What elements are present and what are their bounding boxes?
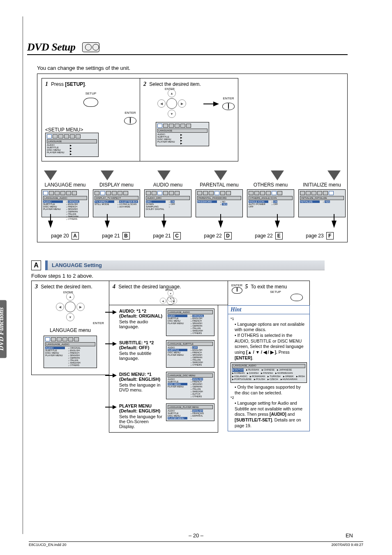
footer-file: E8C1UCD_EN.indd 20: [29, 543, 67, 547]
side-tab: DVD Functions: [0, 300, 7, 358]
page-ref-D: page 22D: [194, 232, 241, 240]
step-2-num: 2: [143, 81, 146, 87]
step-5-col: ENTER 5 To exit the menu SETUP Hint *1: [228, 281, 310, 433]
setup-button-icon-5: [291, 294, 303, 301]
page-ref-A: page 20A: [42, 232, 88, 240]
step-4-col: 4 Select the desired language. ENTER ▲▼ …: [109, 281, 228, 433]
thin-arrow-4: [218, 221, 223, 228]
menu-osd-E: OTHERS_ANGLE ICON ANGLE ICONAUTO POWER O…: [247, 189, 294, 217]
enter-button-icon-5: [232, 287, 242, 294]
big-arrows-row: [44, 170, 341, 180]
page-ref-C: page 21C: [143, 232, 190, 240]
step4-item-0: AUDIO: *1 *2 (Default: ORIGINAL) Sets th…: [113, 309, 214, 336]
menu-osd-C: AUDIO_DRC DRCDOWN SAMPLINGDOLBY DIGITAL▷…: [144, 189, 191, 217]
hint-body: *1 Language options are not available wi…: [228, 314, 309, 431]
menu-osd-F: INITIALIZE_INITIALIZE INITIALIZE▷ YES: [298, 189, 346, 217]
step4-item-2: DISC MENU: *1 (Default: ENGLISH) Sets th…: [113, 372, 214, 399]
menu-osd-A: LANGUAGE_AUDIO AUDIOSUBTITLEDISC MENUPLA…: [42, 189, 89, 217]
dpad-icon-4: ENTER ▲▼ ◀▶: [160, 290, 177, 302]
hint-bullet-4: Language setting for Audio and Subtitle …: [235, 401, 307, 428]
thin-arrows-row: [44, 221, 341, 228]
step-2: 2 Select the desired item. ENTER ▲▼ ◀▶ E…: [140, 78, 238, 161]
bottom-row: 3 Select the desired item. ENTER ▲▼ ◀▶ E…: [31, 281, 356, 433]
menu-label-F: INITIALIZE menu: [303, 182, 341, 188]
hint-osd-bar: LANGUAGE_AUDIO: [232, 364, 305, 368]
menu-osd-B: DISPLAY_TV ASPECT TV ASPECTSTILL MODE▷ 4…: [93, 189, 140, 217]
step-1-num: 1: [45, 81, 48, 87]
section-a-title: LANGUAGE Setting: [45, 260, 325, 270]
step4-items: AUDIO: *1 *2 (Default: ORIGINAL) Sets th…: [109, 305, 218, 433]
enter-label-3b: ENTER: [35, 321, 104, 325]
page-ref-B: page 21B: [92, 232, 139, 240]
thin-arrow-2: [105, 221, 110, 228]
menu-col-D: PARENTAL menu PARENTAL_PASSWORD PASSWORD…: [196, 182, 243, 217]
osd-cat-2: LANGUAGE: [157, 129, 208, 133]
menu-label-C: AUDIO menu: [153, 182, 182, 188]
hint-star1: *1: [231, 317, 307, 322]
arrow-down-1: [44, 170, 57, 180]
enter-label-2b: ENTER: [222, 97, 235, 100]
page-lang: EN: [346, 532, 353, 539]
arrow-down-3: [157, 170, 171, 180]
osd1-r4: PLAYER MENU: [47, 151, 67, 154]
arrow-down-2: [101, 170, 114, 180]
step3-num: 3: [35, 283, 38, 290]
menus-row: LANGUAGE menu LANGUAGE_AUDIO AUDIOSUBTIT…: [42, 182, 343, 217]
step-1-bold: [SETUP]: [65, 81, 85, 87]
menu-label-D: PARENTAL menu: [200, 182, 238, 188]
thin-arrow-3: [161, 221, 166, 228]
menu-label-E: OTHERS menu: [254, 182, 288, 188]
step-5: ENTER 5 To exit the menu SETUP: [228, 281, 310, 305]
title-row: DVD Setup: [27, 41, 348, 55]
setup-button-icon: [83, 98, 98, 107]
intro-text: You can change the settings of the unit.: [37, 65, 370, 71]
enter-button-icon-2: [222, 103, 235, 110]
osd2-r4: PLAYER MENU: [157, 140, 177, 143]
step-1: 1 Press [SETUP]. SETUP ENTER <SETUP MENU…: [42, 78, 140, 161]
page-ref-F: page 23F: [296, 232, 343, 240]
enter-label-5: ENTER: [231, 283, 242, 287]
page-body: DVD Setup You can change the settings of…: [23, 16, 370, 534]
arrow-right-2: [203, 101, 219, 106]
step5-num: 5: [245, 283, 248, 290]
step3-osd-header: LANGUAGE_AUDIO: [45, 342, 95, 346]
dpad-icon-3: ENTER ▲▼ ◀▶: [56, 292, 85, 321]
hint-star2: *2: [231, 396, 307, 401]
enter-label-1: ENTER: [124, 111, 136, 115]
arrow-down-5: [271, 170, 284, 180]
setup-label-5: SETUP: [245, 290, 306, 294]
step1-osd: LANGUAGE AUDIO SUBTITLE DISC MENU PLAYER…: [45, 133, 99, 157]
step-3: 3 Select the desired item. ENTER ▲▼ ◀▶ E…: [31, 281, 109, 375]
step4-item-1: SUBTITLE: *1 *2 (Default: OFF) Sets the …: [113, 340, 214, 368]
step-4: 4 Select the desired language. ENTER ▲▼ …: [109, 281, 228, 305]
section-a-follow: Follow steps 1 to 2 above.: [31, 273, 370, 279]
menu-label-A: LANGUAGE menu: [44, 182, 85, 188]
osd-cat-1: LANGUAGE: [47, 139, 97, 143]
setup-menu-caption: <SETUP MENU>: [45, 127, 136, 133]
step3-osd: LANGUAGE_AUDIO AUDIOSUBTITLEDISC MENUPLA…: [44, 336, 97, 368]
step3-menu-label: LANGUAGE menu: [35, 327, 106, 333]
dpad-icon-2: ENTER ▲▼ ◀▶: [157, 89, 186, 118]
enter-button-icon-1: [124, 117, 136, 124]
page-ref-row: page 20Apage 21Bpage 21Cpage 22Dpage 22E…: [42, 232, 343, 240]
page-title: DVD Setup: [27, 41, 76, 53]
arrow-down-6: [327, 170, 341, 180]
page-ref-E: page 22E: [245, 232, 292, 240]
arrow-down-4: [214, 170, 227, 180]
hint-bullet-1: Language options are not available with …: [235, 322, 307, 333]
hint-osd: LANGUAGE_AUDIO DUTCHRUSSIANCHINESEJAPANE…: [231, 362, 307, 383]
menu-col-A: LANGUAGE menu LANGUAGE_AUDIO AUDIOSUBTIT…: [42, 182, 89, 217]
page-number: – 20 –: [0, 532, 392, 539]
menu-osd-D: PARENTAL_PASSWORD PASSWORD▷ NO▷ YES: [196, 189, 243, 217]
step3-text: Select the desired item.: [41, 284, 92, 290]
thin-arrow-5: [275, 221, 280, 228]
hint-box: Hint *1 Language options are not availab…: [228, 305, 310, 431]
step-2-text: Select the desired item.: [149, 81, 201, 87]
step-3-col: 3 Select the desired item. ENTER ▲▼ ◀▶ E…: [31, 281, 109, 433]
step2-osd: LANGUAGE AUDIO SUBTITLE DISC MENU PLAYER…: [156, 122, 209, 146]
menu-col-C: AUDIO menu AUDIO_DRC DRCDOWN SAMPLINGDOL…: [144, 182, 191, 217]
step4-num: 4: [113, 283, 115, 290]
thin-arrow-1: [48, 221, 53, 228]
step5-text: To exit the menu: [251, 284, 287, 290]
hint-title: Hint: [228, 306, 309, 314]
